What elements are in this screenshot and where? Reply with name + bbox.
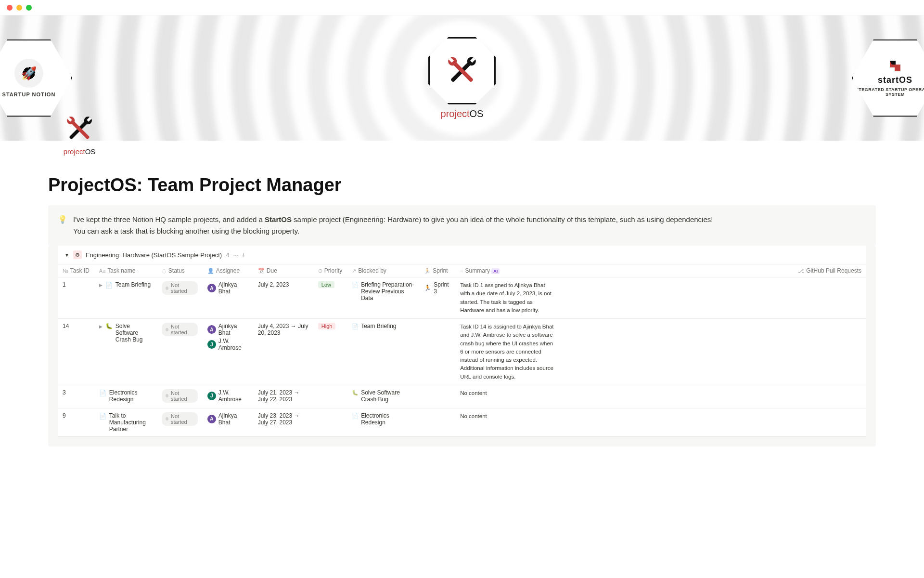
cell-status[interactable]: Not started — [157, 408, 203, 436]
cell-status[interactable]: Not started — [157, 319, 203, 385]
cell-assignee[interactable]: AAjinkya Bhat — [203, 408, 253, 436]
banner-center-label: projectOS — [441, 108, 484, 119]
avatar: J — [207, 392, 216, 400]
minimize-button[interactable] — [16, 5, 22, 11]
cell-sprint[interactable] — [419, 385, 455, 408]
summary-icon: ≡ — [460, 268, 463, 274]
page-content: ProjectOS: Team Project Manager 💡 I've k… — [0, 156, 924, 447]
doc-icon: 📄 — [352, 282, 359, 288]
assignee: JJ.W. Ambrose — [207, 338, 248, 351]
cell-due[interactable]: July 21, 2023 → July 22, 2023 — [253, 385, 313, 408]
target-icon: ⊙ — [318, 268, 322, 274]
cell-task-name[interactable]: 📄Electronics Redesign — [94, 385, 157, 408]
cell-summary: No content — [455, 408, 793, 436]
table-row[interactable]: 14▶🐛Solve Software Crash BugNot startedA… — [58, 319, 866, 385]
table-row[interactable]: 1▶📄Team BriefingNot startedAAjinkya Bhat… — [58, 277, 866, 319]
cell-sprint[interactable]: 🏃Sprint 3 — [419, 277, 455, 319]
task-name-text: Electronics Redesign — [109, 389, 152, 403]
banner-right-subtitle: INTEGRATED STARTUP OPERATING SYSTEM — [853, 87, 924, 97]
text-icon: Aa — [99, 268, 105, 274]
col-assignee[interactable]: 👤Assignee — [203, 264, 253, 277]
cell-summary: Task ID 1 assigned to Ajinkya Bhat with … — [455, 277, 793, 319]
table-header-row: №Task ID AaTask name ◌Status 👤Assignee 📅… — [58, 264, 866, 277]
cell-due[interactable]: July 4, 2023 → July 20, 2023 — [253, 319, 313, 385]
cell-priority[interactable]: High — [313, 319, 347, 385]
status-pill: Not started — [162, 412, 198, 426]
cell-priority[interactable]: Low — [313, 277, 347, 319]
bug-icon: 🐛 — [105, 323, 113, 329]
page-icon[interactable]: projectOS — [55, 112, 103, 156]
table-row[interactable]: 3📄Electronics RedesignNot startedJJ.W. A… — [58, 385, 866, 408]
col-summary[interactable]: ≡Summary AI — [455, 264, 793, 277]
banner-center-octagon — [428, 37, 496, 105]
cell-github[interactable] — [793, 385, 866, 408]
cell-priority[interactable] — [313, 408, 347, 436]
col-blocked-by[interactable]: ↗Blocked by — [347, 264, 419, 277]
cell-summary: Task ID 14 is assigned to Ajinkya Bhat a… — [455, 319, 793, 385]
cell-github[interactable] — [793, 408, 866, 436]
cell-summary: No content — [455, 385, 793, 408]
cell-priority[interactable] — [313, 385, 347, 408]
maximize-button[interactable] — [26, 5, 32, 11]
run-icon: 🏃 — [424, 285, 431, 291]
callout-text: I've kept the three Notion HQ sample pro… — [73, 214, 713, 237]
cell-task-name[interactable]: 📄Talk to Manufacturing Partner — [94, 408, 157, 436]
cell-task-name[interactable]: ▶🐛Solve Software Crash Bug — [94, 319, 157, 385]
group-name: Engineering: Hardware (StartOS Sample Pr… — [86, 251, 222, 259]
group-add-button[interactable]: + — [242, 251, 245, 259]
cell-due[interactable]: July 2, 2023 — [253, 277, 313, 319]
database-inner: ▼ ⚙ Engineering: Hardware (StartOS Sampl… — [58, 246, 866, 437]
banner-left-badge: 🚀 STARTUP NOTION — [0, 39, 72, 117]
col-sprint[interactable]: 🏃Sprint — [419, 264, 455, 277]
person-icon: 👤 — [207, 268, 214, 274]
cell-status[interactable]: Not started — [157, 385, 203, 408]
task-name-text: Solve Software Crash Bug — [116, 323, 152, 343]
callout: 💡 I've kept the three Notion HQ sample p… — [48, 205, 876, 246]
page-banner: 🚀 STARTUP NOTION projectOS startOS INTEG… — [0, 15, 924, 141]
col-status[interactable]: ◌Status — [157, 264, 203, 277]
lightbulb-icon: 💡 — [58, 215, 67, 237]
run-icon: 🏃 — [424, 268, 431, 274]
col-priority[interactable]: ⊙Priority — [313, 264, 347, 277]
page-icon-graphic — [62, 112, 97, 146]
cell-sprint[interactable] — [419, 319, 455, 385]
cell-status[interactable]: Not started — [157, 277, 203, 319]
row-toggle-icon[interactable]: ▶ — [99, 283, 103, 288]
group-more-button[interactable]: ··· — [233, 251, 239, 259]
avatar: A — [207, 284, 216, 292]
col-task-name[interactable]: AaTask name — [94, 264, 157, 277]
status-pill: Not started — [162, 323, 198, 336]
priority-pill: Low — [318, 281, 334, 288]
cell-due[interactable]: July 23, 2023 → July 27, 2023 — [253, 408, 313, 436]
rocket-icon: 🚀 — [14, 59, 43, 88]
doc-icon: 📄 — [105, 282, 113, 289]
table-row[interactable]: 9📄Talk to Manufacturing PartnerNot start… — [58, 408, 866, 436]
cell-blocked-by[interactable]: 📄Team Briefing — [347, 319, 419, 385]
cell-task-id: 1 — [58, 277, 94, 319]
col-task-id[interactable]: №Task ID — [58, 264, 94, 277]
cell-task-id: 14 — [58, 319, 94, 385]
ai-badge: AI — [491, 268, 500, 274]
assignee: AAjinkya Bhat — [207, 323, 248, 336]
cell-assignee[interactable]: AAjinkya Bhat — [203, 277, 253, 319]
group-header[interactable]: ▼ ⚙ Engineering: Hardware (StartOS Sampl… — [58, 246, 866, 264]
group-count: 4 — [226, 251, 229, 259]
cell-github[interactable] — [793, 277, 866, 319]
cell-blocked-by[interactable]: 📄Briefing Preparation- Review Previous D… — [347, 277, 419, 319]
cell-assignee[interactable]: AAjinkya BhatJJ.W. Ambrose — [203, 319, 253, 385]
cell-blocked-by[interactable]: 🐛Solve Software Crash Bug — [347, 385, 419, 408]
close-button[interactable] — [7, 5, 13, 11]
startos-arrow-icon — [889, 60, 901, 73]
cell-blocked-by[interactable]: 📄Electronics Redesign — [347, 408, 419, 436]
calendar-icon: 📅 — [258, 268, 265, 274]
cell-sprint[interactable] — [419, 408, 455, 436]
col-github[interactable]: ⎇GitHub Pull Requests — [793, 264, 866, 277]
avatar: J — [207, 340, 216, 349]
tasks-table: №Task ID AaTask name ◌Status 👤Assignee 📅… — [58, 264, 866, 437]
cell-task-name[interactable]: ▶📄Team Briefing — [94, 277, 157, 319]
col-due[interactable]: 📅Due — [253, 264, 313, 277]
group-toggle-icon[interactable]: ▼ — [64, 252, 69, 258]
cell-assignee[interactable]: JJ.W. Ambrose — [203, 385, 253, 408]
row-toggle-icon[interactable]: ▶ — [99, 324, 103, 329]
cell-github[interactable] — [793, 319, 866, 385]
